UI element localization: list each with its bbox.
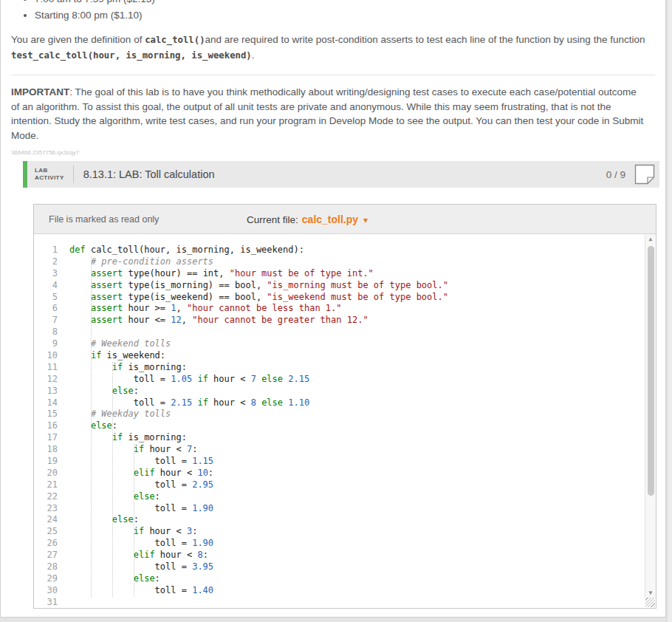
- lab-score: 0 / 9: [606, 169, 625, 180]
- lab-title: 8.13.1: LAB: Toll calculation: [74, 168, 606, 180]
- editor-scrollbar[interactable]: ▲ ▼: [645, 234, 656, 598]
- current-file-label: Current file:: [247, 214, 298, 225]
- important-text: : The goal of this lab is to have you th…: [11, 86, 643, 141]
- intro-text: and are required to write post-condition…: [205, 34, 645, 45]
- important-paragraph: IMPORTANT: The goal of this lab is to ha…: [11, 85, 646, 143]
- important-label: IMPORTANT: [11, 86, 69, 98]
- question-id: 366466.2357756.qx3zqy7: [11, 149, 665, 156]
- code-scroll-area[interactable]: 1234567891011121314151617181920212223242…: [34, 234, 656, 608]
- intro-text: .: [252, 49, 255, 61]
- lab-intro-paragraph: You are given the definition of calc_tol…: [11, 33, 646, 63]
- scrollbar-thumb[interactable]: [648, 246, 654, 496]
- readonly-note: File is marked as read only: [34, 214, 247, 225]
- toll-rate-bullet: Starting 8:00 pm ($1.10): [35, 7, 665, 23]
- inline-code-test-calc-toll: test_calc_toll(hour, is_morning, is_week…: [11, 50, 252, 61]
- section-divider: [11, 75, 655, 75]
- lab-activity-label-line2: ACTIVITY: [35, 174, 64, 182]
- intro-text: You are given the definition of: [11, 34, 145, 45]
- lab-activity-header: LAB ACTIVITY 8.13.1: LAB: Toll calculati…: [23, 161, 659, 188]
- code-lines: def calc_toll(hour, is_morning, is_weeke…: [65, 245, 656, 608]
- lab-activity-label-line1: LAB: [35, 167, 64, 174]
- resize-grip[interactable]: [645, 598, 655, 607]
- toll-rate-text: 7:00 am to 7:59 pm ($2.15): [35, 0, 155, 4]
- editor-toolbar: File is marked as read only Current file…: [34, 205, 656, 234]
- chevron-down-icon: ▾: [363, 215, 368, 225]
- completion-checkbox: [634, 164, 655, 185]
- current-file-name: calc_toll.py: [302, 213, 358, 225]
- lesson-page: 7:00 am to 7:59 pm ($2.15) Starting 8:00…: [0, 0, 666, 618]
- code-editor: File is marked as read only Current file…: [33, 204, 656, 609]
- scroll-up-icon[interactable]: ▲: [645, 234, 656, 245]
- current-file-dropdown[interactable]: Current file:calc_toll.py▾: [247, 213, 368, 226]
- code-gutter: 1234567891011121314151617181920212223242…: [34, 245, 65, 608]
- lab-activity-card: LAB ACTIVITY 8.13.1: LAB: Toll calculati…: [23, 161, 659, 609]
- page-scrollbar[interactable]: [667, 0, 672, 622]
- toll-rate-list: 7:00 am to 7:59 pm ($2.15) Starting 8:00…: [1, 0, 665, 23]
- scroll-down-icon[interactable]: ▼: [645, 588, 656, 598]
- toll-rate-bullet: 7:00 am to 7:59 pm ($2.15): [35, 0, 665, 7]
- inline-code-calc-toll: calc_toll(): [145, 35, 205, 45]
- toll-rate-text: Starting 8:00 pm ($1.10): [35, 10, 143, 21]
- lab-activity-label: LAB ACTIVITY: [27, 167, 73, 182]
